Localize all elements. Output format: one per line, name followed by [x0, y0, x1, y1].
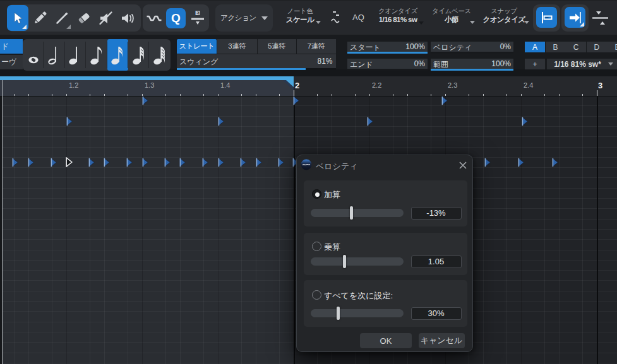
drum-note[interactable] — [66, 117, 72, 126]
drum-note[interactable] — [256, 158, 261, 167]
arrow-tool-button[interactable] — [7, 5, 28, 31]
drum-note[interactable] — [28, 158, 33, 167]
line-tool-button[interactable] — [51, 5, 73, 31]
range-field[interactable]: 範囲100% — [431, 59, 513, 69]
preset-add-button[interactable]: + — [525, 59, 545, 69]
drum-note[interactable] — [179, 158, 185, 167]
quantize-q-button[interactable]: Q — [166, 8, 186, 28]
set-all-section-slider[interactable] — [311, 309, 404, 317]
drum-note[interactable] — [88, 158, 94, 167]
set-all-section-value[interactable]: 30% — [411, 307, 462, 320]
tab-groove-cut[interactable]: ーヴ — [0, 55, 23, 69]
note-triangle-icon — [51, 158, 57, 167]
tab-grid-label: ド — [1, 41, 9, 52]
note-color-chevron-icon[interactable] — [316, 21, 321, 24]
note-triangle-icon — [179, 158, 186, 167]
drum-note[interactable] — [240, 158, 246, 167]
preset-e-button[interactable]: E — [607, 42, 617, 52]
curve-steps-button[interactable] — [143, 5, 165, 31]
start-field[interactable]: スタート100% — [347, 42, 428, 52]
timebase-chevron-icon[interactable] — [470, 21, 475, 24]
humanize-icon[interactable] — [330, 9, 342, 25]
add-section-value[interactable]: -13% — [411, 207, 462, 220]
eraser-tool-button[interactable] — [73, 5, 95, 31]
timebase-label: タイムベース — [423, 7, 480, 15]
drum-note[interactable] — [202, 158, 208, 167]
paint-tool-button[interactable] — [28, 5, 51, 31]
note-value-sixty-fourth-button[interactable] — [149, 39, 170, 71]
drum-note[interactable] — [518, 158, 524, 167]
preset-value-dropdown[interactable]: 1/16 81% sw* — [547, 59, 617, 69]
range-field-fill — [431, 69, 513, 71]
add-section-slider-handle[interactable] — [350, 206, 353, 220]
cancel-button-label: キャンセル — [421, 335, 463, 346]
feel-tab-5連符[interactable]: 5連符 — [258, 39, 296, 54]
snap-chevron-icon[interactable] — [524, 21, 529, 24]
drum-note[interactable] — [522, 117, 527, 126]
ok-button[interactable]: OK — [360, 333, 412, 348]
drum-note[interactable] — [367, 117, 373, 126]
note-value-quarter-button[interactable] — [65, 39, 86, 71]
feel-tab-7連符[interactable]: 7連符 — [297, 39, 336, 54]
set-all-section-slider-handle[interactable] — [337, 307, 340, 320]
drum-note[interactable] — [278, 158, 284, 167]
fit-vertical-icon[interactable] — [591, 9, 610, 27]
snap-bar-button[interactable] — [536, 7, 557, 28]
drum-note[interactable] — [142, 97, 148, 105]
drum-note[interactable] — [552, 158, 558, 167]
preset-c-button[interactable]: C — [566, 42, 586, 52]
close-icon[interactable] — [458, 161, 467, 170]
drum-note[interactable] — [293, 97, 299, 105]
multiply-section-value[interactable]: 1.05 — [411, 255, 462, 268]
swing-slider[interactable]: スウィング 81% — [177, 54, 336, 70]
drum-note[interactable] — [484, 158, 490, 167]
drum-note[interactable] — [142, 158, 148, 167]
feel-tab-3連符[interactable]: 3連符 — [217, 39, 257, 54]
snap-arrow-button[interactable] — [565, 7, 585, 28]
tab-grid-cut[interactable]: ド — [0, 39, 23, 54]
preset-d-button[interactable]: D — [587, 42, 607, 52]
multiply-section-slider[interactable] — [311, 257, 404, 266]
mute-tool-button[interactable] — [95, 5, 117, 31]
snap-submenu-corner — [580, 22, 584, 26]
selection-range-bar[interactable] — [0, 76, 294, 80]
drum-note[interactable] — [218, 117, 224, 126]
drum-note[interactable] — [51, 158, 56, 167]
velocity-field[interactable]: ベロシティ0% — [431, 42, 513, 52]
radio-set-all[interactable] — [312, 290, 321, 300]
note-value-thirty-second-button[interactable] — [128, 39, 149, 71]
note-triangle-icon — [441, 97, 448, 105]
drum-note[interactable] — [104, 158, 109, 167]
drum-note[interactable] — [218, 158, 224, 167]
drum-note[interactable] — [12, 158, 18, 167]
add-section-slider[interactable] — [311, 209, 404, 217]
feel-tab-straight[interactable]: ストレート — [177, 39, 217, 54]
multiply-section-slider-handle[interactable] — [343, 255, 346, 268]
swing-fill — [177, 68, 306, 70]
aq-toggle[interactable]: AQ — [352, 13, 364, 22]
grid-line — [559, 97, 560, 364]
note-value-sixteenth-button[interactable] — [107, 39, 128, 71]
radio-add[interactable] — [312, 189, 321, 199]
note-value-half-button[interactable] — [44, 39, 64, 71]
drum-note[interactable] — [164, 158, 170, 167]
timeline-ruler[interactable]: 1.21.31.422.22.32.43 — [0, 76, 617, 97]
listen-tool-button[interactable] — [117, 5, 139, 31]
note-value-eighth-button[interactable] — [86, 39, 107, 71]
end-field[interactable]: エンド0% — [347, 59, 428, 69]
note-triangle-icon — [484, 158, 491, 167]
sixteenth-note-icon — [108, 40, 127, 69]
cancel-button[interactable]: キャンセル — [419, 333, 465, 348]
bend-marker-icon: b — [189, 10, 206, 26]
drum-note[interactable] — [126, 158, 132, 167]
note-value-whole-button[interactable] — [23, 39, 44, 71]
preset-b-button[interactable]: B — [546, 42, 566, 52]
snap-label: スナップ — [476, 7, 532, 15]
preset-a-button[interactable]: A — [525, 42, 545, 52]
quantize-value-control[interactable]: クオンタイズ 1/16 81% sw — [369, 7, 426, 25]
preset-label: C — [573, 43, 579, 52]
bend-marker-button[interactable]: b — [186, 5, 209, 31]
action-menu-button[interactable]: アクション — [215, 4, 273, 32]
drum-note[interactable] — [441, 97, 447, 105]
radio-multiply[interactable] — [312, 242, 321, 251]
